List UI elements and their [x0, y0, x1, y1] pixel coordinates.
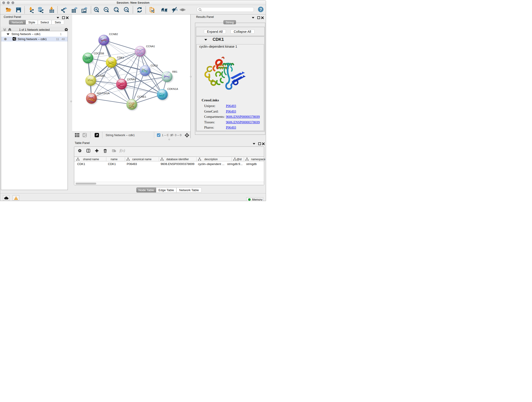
svg-text:RB1: RB1: [172, 70, 177, 73]
svg-text:CCNB1: CCNB1: [96, 75, 105, 77]
svg-text:CCNA2: CCNA2: [127, 78, 136, 81]
svg-text:CDK1: CDK1: [117, 56, 124, 59]
svg-text:CDKN1A: CDKN1A: [167, 88, 178, 90]
svg-text:CDC6: CDC6: [151, 64, 158, 67]
svg-text:CCNA1: CCNA1: [146, 45, 155, 48]
svg-text:CCNB2: CCNB2: [109, 33, 118, 36]
svg-text:HIST1H1A: HIST1H1A: [97, 92, 110, 95]
svg-text:CCNE1: CCNE1: [138, 95, 146, 98]
svg-text:CDC25B: CDC25B: [94, 52, 104, 55]
svg-text:?: ?: [259, 7, 262, 12]
